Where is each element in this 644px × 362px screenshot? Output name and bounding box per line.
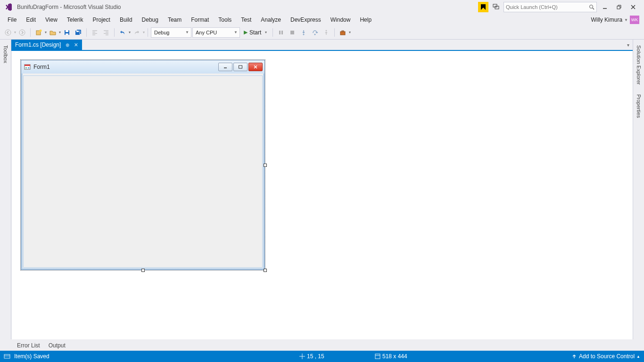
svg-rect-33 xyxy=(25,67,27,68)
menu-test[interactable]: Test xyxy=(236,15,256,25)
platform-dropdown[interactable]: Any CPU▼ xyxy=(192,27,240,38)
menu-team[interactable]: Team xyxy=(163,15,186,25)
pause-icon[interactable] xyxy=(276,27,286,38)
status-position: 15 , 15 xyxy=(307,353,324,360)
config-dropdown[interactable]: Debug▼ xyxy=(151,27,191,38)
form-client-area[interactable] xyxy=(23,75,263,268)
svg-point-8 xyxy=(5,30,11,35)
bottom-dock-tabs: Error List Output xyxy=(11,340,633,351)
svg-point-11 xyxy=(40,29,42,32)
svg-rect-36 xyxy=(239,66,242,68)
svg-rect-30 xyxy=(342,31,344,32)
titlebar: BunifuDragForm - Microsoft Visual Studio xyxy=(0,0,644,14)
notifications-flag-icon[interactable] xyxy=(478,2,488,12)
svg-rect-39 xyxy=(4,354,10,358)
menu-edit[interactable]: Edit xyxy=(21,15,41,25)
step-into-icon[interactable] xyxy=(298,27,309,38)
source-control-button[interactable]: Add to Source Control ▲ xyxy=(571,353,640,360)
undo-button[interactable] xyxy=(117,27,128,38)
user-badge[interactable]: WK xyxy=(630,16,639,24)
form-minimize-icon xyxy=(218,63,232,71)
svg-rect-34 xyxy=(28,67,29,68)
form-maximize-icon xyxy=(233,63,248,71)
toolbox-pane-tab[interactable]: Toolbox xyxy=(2,42,9,66)
redo-button[interactable] xyxy=(132,27,142,38)
tabs-overflow-icon[interactable]: ▾ xyxy=(623,40,633,50)
svg-rect-29 xyxy=(340,32,345,35)
properties-tab[interactable]: Properties xyxy=(635,91,643,121)
toolbox-icon[interactable] xyxy=(338,27,348,38)
tab-close-icon[interactable]: × xyxy=(74,41,78,49)
new-project-button[interactable] xyxy=(33,27,44,38)
solution-explorer-tab[interactable]: Solution Explorer xyxy=(635,42,643,88)
step-over-icon[interactable] xyxy=(310,27,320,38)
align-right-icon[interactable] xyxy=(101,27,111,38)
right-dock: Solution Explorer Properties xyxy=(633,40,644,339)
svg-rect-43 xyxy=(375,354,380,359)
position-icon xyxy=(299,354,305,359)
designer-surface[interactable]: Form1 xyxy=(12,51,633,339)
error-list-tab[interactable]: Error List xyxy=(13,341,44,351)
menu-tools[interactable]: Tools xyxy=(214,15,236,25)
svg-line-3 xyxy=(593,8,594,9)
stop-icon[interactable] xyxy=(287,27,297,38)
upload-icon xyxy=(571,354,577,359)
pin-icon[interactable]: ⊕ xyxy=(66,42,69,48)
svg-rect-24 xyxy=(281,31,283,34)
svg-rect-5 xyxy=(617,6,620,9)
play-icon: ▶ xyxy=(244,29,248,35)
menu-view[interactable]: View xyxy=(41,15,62,25)
menu-project[interactable]: Project xyxy=(88,15,115,25)
resize-grip-right[interactable] xyxy=(264,164,267,167)
menu-debug[interactable]: Debug xyxy=(137,15,163,25)
output-tab[interactable]: Output xyxy=(45,341,69,351)
open-file-button[interactable] xyxy=(48,27,58,38)
window-title: BunifuDragForm - Microsoft Visual Studio xyxy=(17,4,121,10)
svg-point-26 xyxy=(303,33,305,35)
form-selection-outline: Form1 xyxy=(20,59,265,271)
user-dropdown-icon[interactable]: ▼ xyxy=(624,18,628,22)
resize-grip-corner[interactable] xyxy=(264,269,267,272)
tab-form1-design[interactable]: Form1.cs [Design] ⊕ × xyxy=(11,40,82,50)
svg-point-2 xyxy=(590,5,593,8)
close-button[interactable] xyxy=(627,2,639,12)
menu-telerik[interactable]: Telerik xyxy=(62,15,88,25)
size-icon xyxy=(375,354,380,359)
quick-launch-input[interactable] xyxy=(504,2,597,12)
restore-button[interactable] xyxy=(613,2,625,12)
svg-rect-12 xyxy=(66,30,68,32)
nav-forward-button[interactable] xyxy=(17,27,27,38)
status-size: 518 x 444 xyxy=(382,353,407,360)
start-button[interactable]: ▶ Start ▾ xyxy=(241,27,270,38)
menu-devexpress[interactable]: DevExpress xyxy=(286,15,326,25)
nav-back-button[interactable] xyxy=(3,27,13,38)
svg-point-9 xyxy=(19,30,25,35)
user-name[interactable]: Willy Kimura xyxy=(591,16,622,23)
minimize-button[interactable] xyxy=(599,2,611,12)
feedback-icon[interactable] xyxy=(490,2,502,12)
form-designer-window[interactable]: Form1 xyxy=(21,60,265,270)
menu-window[interactable]: Window xyxy=(326,15,355,25)
menubar: File Edit View Telerik Project Build Deb… xyxy=(0,14,644,25)
sync-icon[interactable] xyxy=(4,353,10,360)
menu-file[interactable]: File xyxy=(3,15,21,25)
svg-rect-13 xyxy=(66,33,68,35)
menu-format[interactable]: Format xyxy=(186,15,214,25)
toolbar: ▾ ▾ ▾ ▾ ▾ Debug▼ Any CPU▼ ▶ Start ▾ ▾ xyxy=(0,25,644,40)
form-close-icon xyxy=(248,63,263,71)
left-dock: Toolbox xyxy=(0,40,11,339)
step-out-icon[interactable] xyxy=(321,27,331,38)
menu-analyze[interactable]: Analyze xyxy=(256,15,286,25)
form-title: Form1 xyxy=(33,64,50,70)
resize-grip-bottom[interactable] xyxy=(141,269,145,272)
svg-point-27 xyxy=(314,33,316,35)
form-titlebar: Form1 xyxy=(21,60,264,74)
titlebar-right xyxy=(478,2,639,12)
align-left-icon[interactable] xyxy=(90,27,100,38)
tab-label: Form1.cs [Design] xyxy=(15,41,61,48)
menu-build[interactable]: Build xyxy=(115,15,137,25)
svg-rect-32 xyxy=(25,65,30,66)
save-button[interactable] xyxy=(62,27,72,38)
save-all-button[interactable] xyxy=(73,27,83,38)
menu-help[interactable]: Help xyxy=(355,15,376,25)
